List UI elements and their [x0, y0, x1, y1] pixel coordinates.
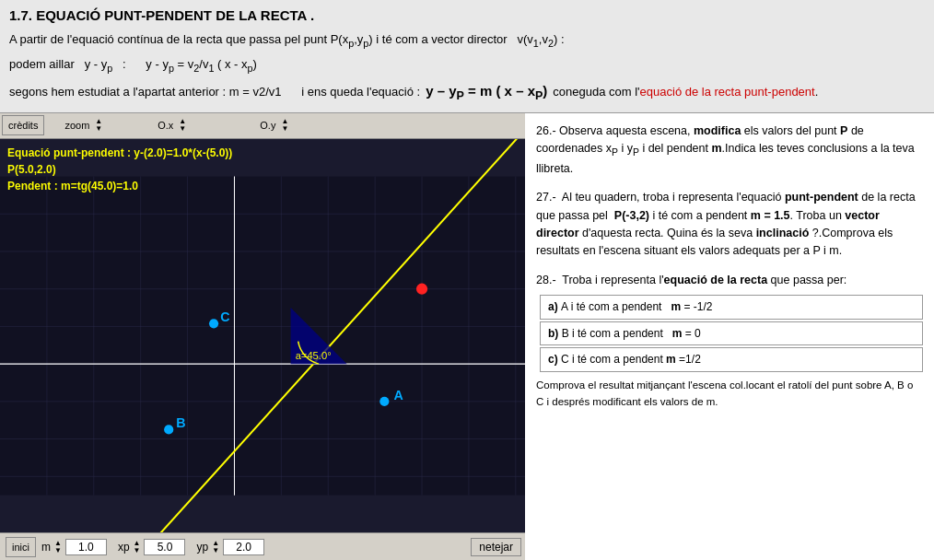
ex27-pp: punt-pendent	[785, 191, 858, 204]
graph-svg: A B C a=45.0°	[0, 139, 525, 532]
ox-arrows[interactable]: ▲ ▼	[179, 118, 186, 133]
sub-c-label: c)	[548, 353, 561, 366]
point-C-label: C	[220, 309, 229, 324]
ex28-eq: equació de la recta	[664, 274, 768, 286]
ex27-vd: vector director	[536, 209, 880, 239]
netejar-button[interactable]: netejar	[471, 538, 521, 556]
ox-label: O.x	[158, 120, 173, 131]
ex26-text: 26.- Observa aquesta escena, modifica el…	[536, 122, 923, 178]
toolbar-section-ox: O.x ▲ ▼	[158, 118, 186, 133]
sub-a-label: a)	[548, 300, 561, 313]
sub-b-text: B i té com a pendent	[562, 327, 670, 340]
exercise-27: 27.- Al teu quadern, troba i representa …	[536, 189, 923, 261]
m-down-arrow[interactable]: ▼	[54, 547, 62, 554]
toolbar-section-zoom: zoom ▲ ▼	[55, 118, 102, 133]
page-title: 1.7. EQUACIÓ PUNT-PENDENT DE LA RECTA .	[9, 7, 925, 23]
yp-arrows[interactable]: ▲ ▼	[212, 540, 219, 554]
ex27-text: 27.- Al teu quadern, troba i representa …	[536, 189, 923, 261]
canvas-area: crèdits zoom ▲ ▼ O.x ▲ ▼	[0, 113, 525, 560]
sub-a-text: A i té com a pendent	[561, 300, 668, 313]
main-container: 1.7. EQUACIÓ PUNT-PENDENT DE LA RECTA . …	[0, 0, 934, 560]
ex27-incl: inclinació	[756, 227, 810, 239]
toolbar-section-credits: crèdits	[0, 113, 46, 137]
zoom-down-arrow[interactable]: ▼	[95, 125, 102, 133]
sub-c-m: m	[666, 353, 676, 366]
xp-arrows[interactable]: ▲ ▼	[134, 540, 141, 554]
xp-input[interactable]	[144, 539, 185, 555]
angle-label: a=45.0°	[296, 350, 332, 361]
yp-down-arrow[interactable]: ▼	[212, 547, 219, 554]
sub-a-m: m	[671, 300, 681, 313]
bottom-controls: inici m ▲ ▼ xp ▲ ▼ yp ▲ ▼	[0, 532, 525, 560]
ex27-P: P(-3,2)	[614, 209, 649, 222]
m-label: m	[41, 541, 51, 554]
oy-down-arrow[interactable]: ▼	[281, 125, 288, 133]
point-A[interactable]	[379, 397, 389, 406]
xp-down-arrow[interactable]: ▼	[134, 547, 141, 554]
m-arrows[interactable]: ▲ ▼	[54, 540, 62, 554]
oy-label: O.y	[260, 120, 275, 131]
ex26-P: P	[840, 124, 847, 137]
top-section: 1.7. EQUACIÓ PUNT-PENDENT DE LA RECTA . …	[0, 0, 934, 113]
sub-b-val: = 0	[685, 327, 701, 340]
sub-item-a: a) A i té com a pendent m = -1/2	[540, 295, 923, 320]
sub-items: a) A i té com a pendent m = -1/2 b) B i …	[540, 295, 923, 372]
credits-button[interactable]: crèdits	[2, 115, 44, 135]
zoom-label: zoom	[64, 120, 89, 131]
ex26-prefix: 26.- Observa aquesta escena,	[536, 124, 690, 137]
exercise-28: 28.- Troba i representa l'equació de la …	[536, 272, 923, 411]
ex27-m: m = 1.5	[751, 209, 790, 222]
point-B[interactable]	[164, 425, 173, 434]
eq-link[interactable]: equació de la recta punt-pendent	[640, 85, 815, 99]
toolbar-section-oy: O.y ▲ ▼	[260, 118, 288, 133]
svg-rect-0	[0, 176, 525, 495]
m-input[interactable]	[65, 539, 107, 555]
equation-line: segons hem estudiat a l'apartat anterior…	[9, 80, 925, 105]
point-B-label: B	[176, 415, 185, 430]
sub-item-b: b) B i té com a pendent m = 0	[540, 321, 923, 346]
canvas-toolbar: crèdits zoom ▲ ▼ O.x ▲ ▼	[0, 113, 525, 139]
sub-c-text: C i té com a pendent	[561, 353, 666, 366]
sub-a-val: = -1/2	[683, 300, 712, 313]
inici-button[interactable]: inici	[6, 537, 36, 557]
yp-input[interactable]	[223, 539, 264, 555]
point-A-label: A	[394, 388, 403, 402]
graph-canvas[interactable]: A B C a=45.0° Equació punt-pendent : y-(…	[0, 139, 525, 532]
desc-line2: podem aillar y - yp : y - yp = v2/v1 ( x…	[9, 55, 925, 76]
exercise-26: 26.- Observa aquesta escena, modifica el…	[536, 122, 923, 178]
eq-suffix: coneguda com l'equació de la recta punt-…	[553, 83, 818, 102]
content-section: crèdits zoom ▲ ▼ O.x ▲ ▼	[0, 113, 934, 560]
ex26-modifica: modifica	[694, 124, 741, 137]
ex28-text: 28.- Troba i representa l'equació de la …	[536, 272, 923, 289]
point-C[interactable]	[209, 319, 218, 328]
ox-down-arrow[interactable]: ▼	[179, 125, 186, 133]
sub-b-label: b)	[548, 327, 562, 340]
eq-prefix: segons hem estudiat a l'apartat anterior…	[9, 83, 420, 102]
point-P[interactable]	[416, 283, 427, 294]
ex26-m: m	[711, 142, 721, 155]
sub-b-m: m	[672, 327, 683, 340]
oy-arrows[interactable]: ▲ ▼	[281, 118, 288, 133]
sub-c-val: =1/2	[679, 353, 701, 366]
xp-label: xp	[118, 541, 130, 554]
desc-line1: A partir de l'equació contínua de la rec…	[9, 30, 925, 52]
note-text: Comprova el resultat mitjançant l'escena…	[536, 378, 923, 411]
yp-label: yp	[196, 541, 208, 554]
description: A partir de l'equació contínua de la rec…	[9, 30, 925, 105]
sub-item-c: c) C i té com a pendent m =1/2	[540, 347, 923, 372]
main-equation: y – yP = m ( x – xP)	[426, 80, 547, 105]
zoom-arrows[interactable]: ▲ ▼	[95, 118, 102, 133]
right-section: 26.- Observa aquesta escena, modifica el…	[525, 113, 934, 560]
